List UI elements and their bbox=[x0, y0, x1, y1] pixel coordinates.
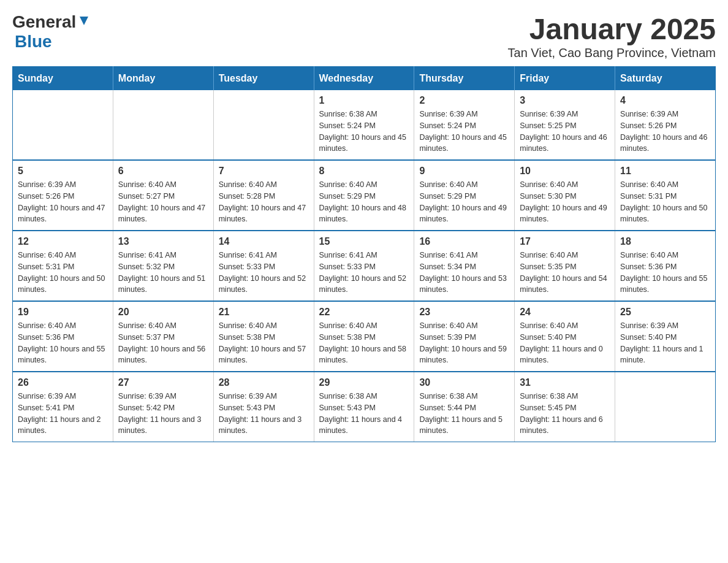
calendar-header-thursday: Thursday bbox=[414, 67, 515, 91]
day-info: Sunrise: 6:38 AMSunset: 5:24 PMDaylight:… bbox=[319, 109, 409, 155]
calendar-header-monday: Monday bbox=[113, 67, 213, 91]
day-info: Sunrise: 6:40 AMSunset: 5:29 PMDaylight:… bbox=[319, 179, 409, 225]
day-info: Sunrise: 6:40 AMSunset: 5:40 PMDaylight:… bbox=[520, 320, 610, 366]
day-number: 29 bbox=[319, 377, 409, 388]
calendar-day-1: 1Sunrise: 6:38 AMSunset: 5:24 PMDaylight… bbox=[314, 90, 414, 160]
day-info: Sunrise: 6:40 AMSunset: 5:39 PMDaylight:… bbox=[419, 320, 509, 366]
day-number: 31 bbox=[520, 377, 610, 388]
calendar-day-16: 16Sunrise: 6:41 AMSunset: 5:34 PMDayligh… bbox=[414, 231, 515, 301]
day-info: Sunrise: 6:39 AMSunset: 5:25 PMDaylight:… bbox=[520, 109, 610, 155]
day-info: Sunrise: 6:40 AMSunset: 5:35 PMDaylight:… bbox=[520, 250, 610, 296]
day-info: Sunrise: 6:39 AMSunset: 5:42 PMDaylight:… bbox=[118, 391, 208, 437]
calendar-week-row: 26Sunrise: 6:39 AMSunset: 5:41 PMDayligh… bbox=[13, 372, 716, 442]
calendar-day-2: 2Sunrise: 6:39 AMSunset: 5:24 PMDaylight… bbox=[414, 90, 515, 160]
day-number: 10 bbox=[520, 166, 610, 177]
calendar-day-25: 25Sunrise: 6:39 AMSunset: 5:40 PMDayligh… bbox=[615, 301, 716, 372]
day-number: 3 bbox=[520, 95, 610, 106]
calendar-day-28: 28Sunrise: 6:39 AMSunset: 5:43 PMDayligh… bbox=[213, 372, 314, 442]
calendar-empty-cell bbox=[213, 90, 314, 160]
logo-triangle-icon bbox=[77, 14, 91, 28]
day-info: Sunrise: 6:40 AMSunset: 5:36 PMDaylight:… bbox=[18, 320, 108, 366]
svg-marker-0 bbox=[80, 17, 88, 25]
day-number: 23 bbox=[419, 307, 509, 318]
day-number: 4 bbox=[620, 95, 710, 106]
day-info: Sunrise: 6:40 AMSunset: 5:37 PMDaylight:… bbox=[118, 320, 208, 366]
day-number: 25 bbox=[620, 307, 710, 318]
calendar-header-sunday: Sunday bbox=[13, 67, 113, 91]
day-number: 13 bbox=[118, 236, 208, 247]
day-info: Sunrise: 6:40 AMSunset: 5:38 PMDaylight:… bbox=[319, 320, 409, 366]
calendar-day-31: 31Sunrise: 6:38 AMSunset: 5:45 PMDayligh… bbox=[515, 372, 615, 442]
calendar-day-14: 14Sunrise: 6:41 AMSunset: 5:33 PMDayligh… bbox=[213, 231, 314, 301]
day-number: 30 bbox=[419, 377, 509, 388]
page-header: General Blue January 2025 Tan Viet, Cao … bbox=[12, 12, 716, 60]
calendar-header-saturday: Saturday bbox=[615, 67, 716, 91]
day-info: Sunrise: 6:40 AMSunset: 5:30 PMDaylight:… bbox=[520, 179, 610, 225]
day-number: 9 bbox=[419, 166, 509, 177]
day-info: Sunrise: 6:39 AMSunset: 5:24 PMDaylight:… bbox=[419, 109, 509, 155]
calendar-day-12: 12Sunrise: 6:40 AMSunset: 5:31 PMDayligh… bbox=[13, 231, 113, 301]
calendar-empty-cell bbox=[113, 90, 213, 160]
main-title: January 2025 bbox=[508, 12, 716, 46]
day-info: Sunrise: 6:40 AMSunset: 5:31 PMDaylight:… bbox=[620, 179, 710, 225]
calendar-day-22: 22Sunrise: 6:40 AMSunset: 5:38 PMDayligh… bbox=[314, 301, 414, 372]
calendar-day-6: 6Sunrise: 6:40 AMSunset: 5:27 PMDaylight… bbox=[113, 160, 213, 231]
calendar-day-20: 20Sunrise: 6:40 AMSunset: 5:37 PMDayligh… bbox=[113, 301, 213, 372]
day-number: 6 bbox=[118, 166, 208, 177]
day-info: Sunrise: 6:39 AMSunset: 5:26 PMDaylight:… bbox=[620, 109, 710, 155]
calendar-day-19: 19Sunrise: 6:40 AMSunset: 5:36 PMDayligh… bbox=[13, 301, 113, 372]
day-info: Sunrise: 6:38 AMSunset: 5:45 PMDaylight:… bbox=[520, 391, 610, 437]
day-info: Sunrise: 6:41 AMSunset: 5:32 PMDaylight:… bbox=[118, 250, 208, 296]
calendar-header-tuesday: Tuesday bbox=[213, 67, 314, 91]
day-info: Sunrise: 6:40 AMSunset: 5:31 PMDaylight:… bbox=[18, 250, 108, 296]
calendar-day-17: 17Sunrise: 6:40 AMSunset: 5:35 PMDayligh… bbox=[515, 231, 615, 301]
title-section: January 2025 Tan Viet, Cao Bang Province… bbox=[508, 12, 716, 60]
day-info: Sunrise: 6:38 AMSunset: 5:43 PMDaylight:… bbox=[319, 391, 409, 437]
day-info: Sunrise: 6:41 AMSunset: 5:33 PMDaylight:… bbox=[319, 250, 409, 296]
calendar-day-4: 4Sunrise: 6:39 AMSunset: 5:26 PMDaylight… bbox=[615, 90, 716, 160]
logo-general-text: General bbox=[12, 12, 76, 32]
day-number: 11 bbox=[620, 166, 710, 177]
calendar-day-18: 18Sunrise: 6:40 AMSunset: 5:36 PMDayligh… bbox=[615, 231, 716, 301]
calendar-day-13: 13Sunrise: 6:41 AMSunset: 5:32 PMDayligh… bbox=[113, 231, 213, 301]
calendar-day-21: 21Sunrise: 6:40 AMSunset: 5:38 PMDayligh… bbox=[213, 301, 314, 372]
day-number: 18 bbox=[620, 236, 710, 247]
calendar-day-10: 10Sunrise: 6:40 AMSunset: 5:30 PMDayligh… bbox=[515, 160, 615, 231]
logo-blue-text: Blue bbox=[15, 32, 52, 51]
day-number: 16 bbox=[419, 236, 509, 247]
calendar-day-24: 24Sunrise: 6:40 AMSunset: 5:40 PMDayligh… bbox=[515, 301, 615, 372]
calendar-day-23: 23Sunrise: 6:40 AMSunset: 5:39 PMDayligh… bbox=[414, 301, 515, 372]
calendar-day-30: 30Sunrise: 6:38 AMSunset: 5:44 PMDayligh… bbox=[414, 372, 515, 442]
day-info: Sunrise: 6:39 AMSunset: 5:43 PMDaylight:… bbox=[219, 391, 309, 437]
day-number: 22 bbox=[319, 307, 409, 318]
day-info: Sunrise: 6:41 AMSunset: 5:34 PMDaylight:… bbox=[419, 250, 509, 296]
calendar-day-11: 11Sunrise: 6:40 AMSunset: 5:31 PMDayligh… bbox=[615, 160, 716, 231]
calendar-week-row: 5Sunrise: 6:39 AMSunset: 5:26 PMDaylight… bbox=[13, 160, 716, 231]
day-info: Sunrise: 6:38 AMSunset: 5:44 PMDaylight:… bbox=[419, 391, 509, 437]
calendar-day-29: 29Sunrise: 6:38 AMSunset: 5:43 PMDayligh… bbox=[314, 372, 414, 442]
calendar-day-9: 9Sunrise: 6:40 AMSunset: 5:29 PMDaylight… bbox=[414, 160, 515, 231]
day-number: 26 bbox=[18, 377, 108, 388]
calendar-day-8: 8Sunrise: 6:40 AMSunset: 5:29 PMDaylight… bbox=[314, 160, 414, 231]
calendar-day-3: 3Sunrise: 6:39 AMSunset: 5:25 PMDaylight… bbox=[515, 90, 615, 160]
day-number: 19 bbox=[18, 307, 108, 318]
day-number: 17 bbox=[520, 236, 610, 247]
day-info: Sunrise: 6:40 AMSunset: 5:27 PMDaylight:… bbox=[118, 179, 208, 225]
calendar-day-26: 26Sunrise: 6:39 AMSunset: 5:41 PMDayligh… bbox=[13, 372, 113, 442]
day-number: 1 bbox=[319, 95, 409, 106]
day-info: Sunrise: 6:40 AMSunset: 5:28 PMDaylight:… bbox=[219, 179, 309, 225]
calendar-header-row: SundayMondayTuesdayWednesdayThursdayFrid… bbox=[13, 67, 716, 91]
day-info: Sunrise: 6:41 AMSunset: 5:33 PMDaylight:… bbox=[219, 250, 309, 296]
calendar-day-15: 15Sunrise: 6:41 AMSunset: 5:33 PMDayligh… bbox=[314, 231, 414, 301]
day-info: Sunrise: 6:39 AMSunset: 5:26 PMDaylight:… bbox=[18, 179, 108, 225]
calendar-empty-cell bbox=[13, 90, 113, 160]
day-number: 12 bbox=[18, 236, 108, 247]
calendar-header-wednesday: Wednesday bbox=[314, 67, 414, 91]
day-number: 28 bbox=[219, 377, 309, 388]
calendar-empty-cell bbox=[615, 372, 716, 442]
calendar-week-row: 1Sunrise: 6:38 AMSunset: 5:24 PMDaylight… bbox=[13, 90, 716, 160]
calendar-day-5: 5Sunrise: 6:39 AMSunset: 5:26 PMDaylight… bbox=[13, 160, 113, 231]
day-number: 14 bbox=[219, 236, 309, 247]
day-number: 21 bbox=[219, 307, 309, 318]
calendar-header-friday: Friday bbox=[515, 67, 615, 91]
